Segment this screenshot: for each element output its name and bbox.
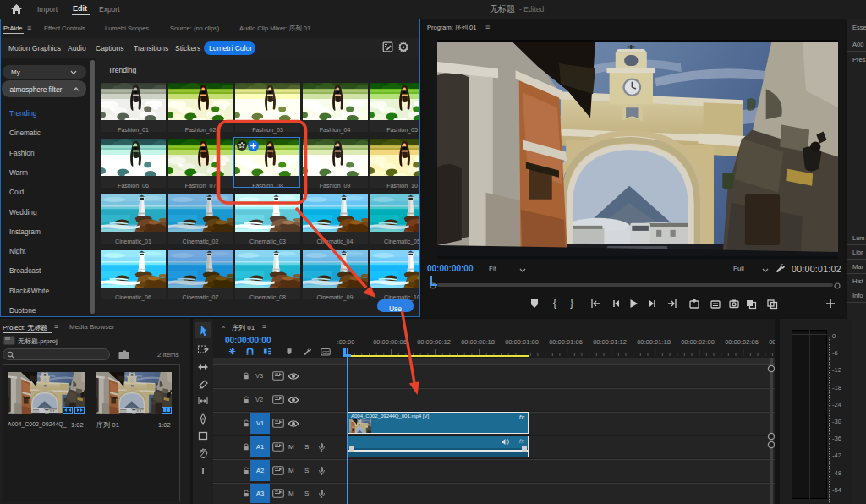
svg-text:T: T [200,464,206,477]
